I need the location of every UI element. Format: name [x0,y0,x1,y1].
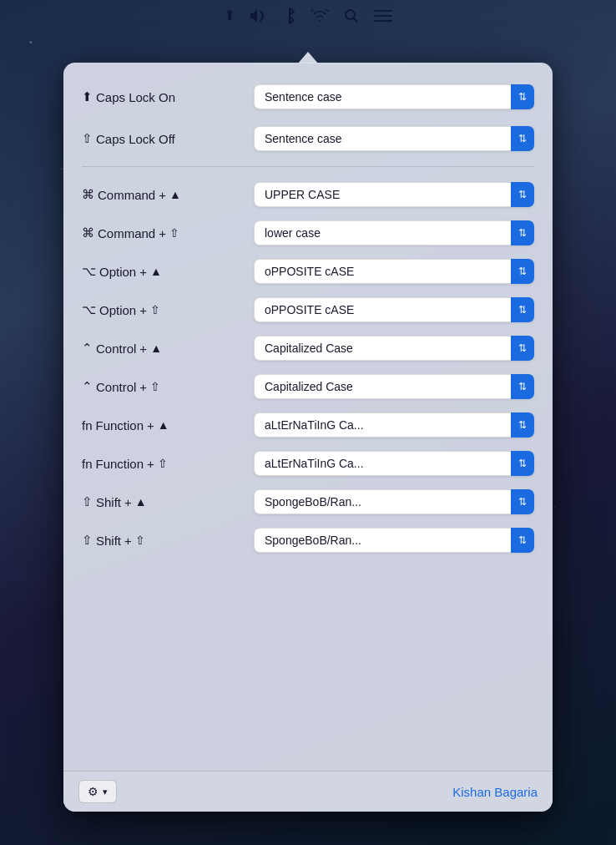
dropdown-select-9[interactable]: SpongeBoB/Ran...Sentence caseUPPER CASEl… [254,528,534,553]
menubar: ⬆ [224,7,392,24]
modifier-label-8: Shift [96,495,121,509]
key-combo-3: ⌥ Option + ⇧ [82,302,249,317]
plus-0: + [159,188,166,202]
upload-icon: ⬆ [224,7,235,24]
shortcut-row-8: ⇧ Shift + ▲ SpongeBoB/Ran...Sentence cas… [82,483,534,521]
dropdown-wrapper-0: Sentence caseUPPER CASElower caseoPPOSIT… [254,182,534,207]
arrow-icon-2: ▲ [150,265,162,278]
key-combo-0: ⌘ Command + ▲ [82,187,249,202]
dropdown-select-3[interactable]: Sentence caseUPPER CASElower caseoPPOSIT… [254,297,534,322]
key-combo-9: ⇧ Shift + ⇧ [82,533,249,548]
caps-lock-on-icon: ⬆ [82,89,93,104]
key-combo-2: ⌥ Option + ▲ [82,264,249,279]
modifier-label-2: Option [99,265,136,279]
dropdown-wrapper-3: Sentence caseUPPER CASElower caseoPPOSIT… [254,297,534,322]
popup-arrow [298,52,318,63]
caps-lock-off-icon: ⇧ [82,131,93,146]
caps-lock-on-label: Caps Lock On [96,90,175,104]
caps-lock-off-label: Caps Lock Off [96,132,175,146]
modifier-symbol-9: ⇧ [82,533,93,548]
modifier-symbol-8: ⇧ [82,494,93,509]
dropdown-select-0[interactable]: Sentence caseUPPER CASElower caseoPPOSIT… [254,182,534,207]
shortcut-row-2: ⌥ Option + ▲ Sentence caseUPPER CASElowe… [82,252,534,291]
arrow-icon-5: ⇧ [150,380,160,393]
dropdown-select-1[interactable]: Sentence caseUPPER CASElower caseoPPOSIT… [254,220,534,245]
modifier-symbol-3: ⌥ [82,302,96,317]
key-combo-4: ⌃ Control + ▲ [82,341,249,356]
panel-footer: ⚙ ▾ Kishan Bagaria [63,771,553,812]
dropdown-wrapper-5: Sentence caseUPPER CASElower caseoPPOSIT… [254,374,534,399]
modifier-symbol-4: ⌃ [82,341,93,356]
caps-lock-off-dropdown-wrapper: Sentence case UPPER CASE lower case oPPO… [254,126,534,151]
plus-2: + [139,265,147,279]
modifier-label-0: Command [98,188,155,202]
modifier-label-3: Option [99,303,136,317]
caps-lock-off-combo: ⇧ Caps Lock Off [82,131,249,146]
caps-lock-off-select[interactable]: Sentence case UPPER CASE lower case oPPO… [254,126,534,151]
arrow-icon-8: ▲ [135,495,147,509]
dropdown-wrapper-8: SpongeBoB/Ran...Sentence caseUPPER CASEl… [254,489,534,514]
dropdown-wrapper-6: aLtErNaTiInG Ca...Sentence caseUPPER CAS… [254,412,534,438]
gear-icon: ⚙ [88,785,98,798]
dropdown-wrapper-4: Sentence caseUPPER CASElower caseoPPOSIT… [254,336,534,361]
plus-4: + [139,342,147,356]
dropdown-select-2[interactable]: Sentence caseUPPER CASElower caseoPPOSIT… [254,259,534,284]
arrow-icon-4: ▲ [150,342,162,355]
dropdown-select-4[interactable]: Sentence caseUPPER CASElower caseoPPOSIT… [254,336,534,361]
dropdown-wrapper-2: Sentence caseUPPER CASElower caseoPPOSIT… [254,259,534,284]
caps-lock-on-row: ⬆ Caps Lock On Sentence case UPPER CASE … [82,78,534,116]
modifier-symbol-5: ⌃ [82,379,93,394]
plus-6: + [147,418,154,433]
arrow-icon-6: ▲ [158,418,169,432]
shortcut-row-4: ⌃ Control + ▲ Sentence caseUPPER CASElow… [82,329,534,367]
settings-button[interactable]: ⚙ ▾ [78,780,117,803]
author-link[interactable]: Kishan Bagaria [452,785,538,799]
volume-icon [250,8,269,23]
dropdown-select-5[interactable]: Sentence caseUPPER CASElower caseoPPOSIT… [254,374,534,399]
arrow-icon-7: ⇧ [158,457,168,470]
shortcut-row-6: fn Function + ▲ aLtErNaTiInG Ca...Senten… [82,406,534,444]
modifier-label-4: Control [96,342,136,356]
wifi-icon [311,9,329,23]
dropdown-wrapper-1: Sentence caseUPPER CASElower caseoPPOSIT… [254,220,534,245]
caps-lock-on-select[interactable]: Sentence case UPPER CASE lower case oPPO… [254,84,534,109]
modifier-label-7: Function [96,457,144,471]
shortcut-row-0: ⌘ Command + ▲ Sentence caseUPPER CASElow… [82,175,534,214]
caps-lock-on-combo: ⬆ Caps Lock On [82,89,249,104]
modifier-label-5: Control [96,380,136,394]
section-divider-1 [82,166,534,167]
menu-icon[interactable] [374,9,392,23]
modifier-symbol-7: fn [82,457,93,471]
main-panel: ⬆ Caps Lock On Sentence case UPPER CASE … [63,63,553,812]
dropdown-wrapper-9: SpongeBoB/Ran...Sentence caseUPPER CASEl… [254,528,534,553]
shortcut-row-9: ⇧ Shift + ⇧ SpongeBoB/Ran...Sentence cas… [82,521,534,559]
caps-lock-off-row: ⇧ Caps Lock Off Sentence case UPPER CASE… [82,119,534,158]
shortcut-row-7: fn Function + ⇧ aLtErNaTiInG Ca...Senten… [82,444,534,483]
key-combo-1: ⌘ Command + ⇧ [82,225,249,240]
modifier-label-6: Function [96,418,144,433]
dropdown-select-6[interactable]: aLtErNaTiInG Ca...Sentence caseUPPER CAS… [254,412,534,438]
dropdown-wrapper-7: aLtErNaTiInG Ca...Sentence caseUPPER CAS… [254,451,534,476]
search-icon[interactable] [344,8,359,23]
arrow-icon-3: ⇧ [150,303,160,316]
modifier-symbol-6: fn [82,418,93,433]
shortcut-row-3: ⌥ Option + ⇧ Sentence caseUPPER CASElowe… [82,291,534,329]
bluetooth-icon [284,8,295,24]
modifier-label-9: Shift [96,534,121,548]
dropdown-select-7[interactable]: aLtErNaTiInG Ca...Sentence caseUPPER CAS… [254,451,534,476]
shortcut-rows-container: ⌘ Command + ▲ Sentence caseUPPER CASElow… [82,175,534,559]
plus-7: + [147,457,154,471]
chevron-down-icon: ▾ [103,787,108,797]
key-combo-7: fn Function + ⇧ [82,457,249,471]
plus-8: + [124,495,132,509]
key-combo-5: ⌃ Control + ⇧ [82,379,249,394]
plus-3: + [139,303,147,317]
modifier-label-1: Command [98,226,155,240]
key-combo-6: fn Function + ▲ [82,418,249,433]
arrow-icon-0: ▲ [169,188,181,201]
caps-lock-on-dropdown-wrapper: Sentence case UPPER CASE lower case oPPO… [254,84,534,109]
plus-1: + [159,226,166,240]
dropdown-select-8[interactable]: SpongeBoB/Ran...Sentence caseUPPER CASEl… [254,489,534,514]
modifier-symbol-1: ⌘ [82,225,94,240]
plus-5: + [139,380,147,394]
